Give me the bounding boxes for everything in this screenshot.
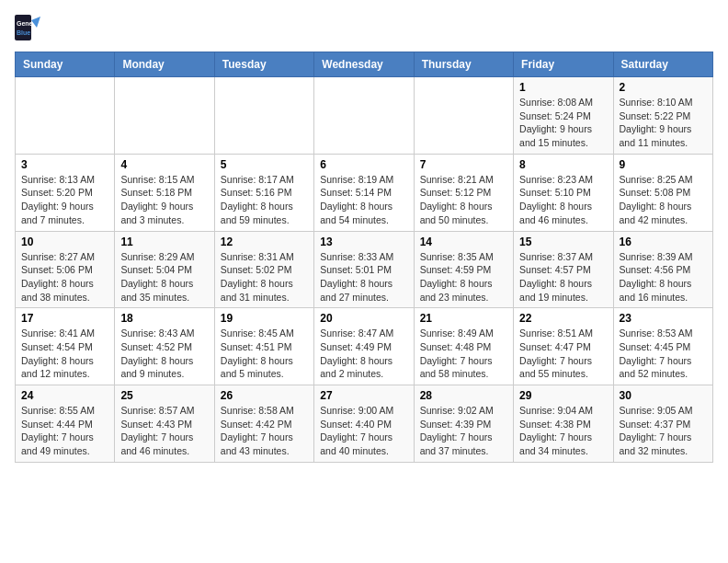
day-info: Sunrise: 8:41 AMSunset: 4:54 PMDaylight:… — [21, 327, 108, 381]
day-info: Sunrise: 8:23 AMSunset: 5:10 PMDaylight:… — [519, 173, 607, 227]
day-info: Sunrise: 8:13 AMSunset: 5:20 PMDaylight:… — [21, 173, 108, 227]
day-number: 18 — [120, 312, 208, 325]
day-info: Sunrise: 8:39 AMSunset: 4:56 PMDaylight:… — [620, 250, 707, 304]
calendar-cell: 6Sunrise: 8:19 AMSunset: 5:14 PMDaylight… — [314, 154, 414, 231]
day-number: 15 — [519, 236, 607, 248]
calendar-cell: 22Sunrise: 8:51 AMSunset: 4:47 PMDayligh… — [514, 308, 613, 385]
day-number: 24 — [21, 389, 108, 402]
weekday-header-saturday: Saturday — [613, 52, 712, 77]
day-number: 16 — [620, 236, 707, 248]
day-number: 19 — [221, 312, 308, 325]
calendar-cell: 23Sunrise: 8:53 AMSunset: 4:45 PMDayligh… — [613, 308, 712, 385]
day-number: 23 — [620, 312, 707, 325]
calendar-cell: 2Sunrise: 8:10 AMSunset: 5:22 PMDaylight… — [613, 77, 712, 155]
weekday-header-friday: Friday — [514, 52, 613, 77]
day-number: 20 — [320, 312, 407, 325]
calendar-week-4: 17Sunrise: 8:41 AMSunset: 4:54 PMDayligh… — [16, 308, 713, 385]
day-number: 4 — [120, 158, 208, 171]
day-number: 26 — [221, 389, 308, 402]
calendar-cell: 26Sunrise: 8:58 AMSunset: 4:42 PMDayligh… — [214, 385, 313, 463]
day-info: Sunrise: 9:02 AMSunset: 4:39 PMDaylight:… — [420, 404, 507, 458]
logo-graphic: General Blue — [15, 15, 40, 40]
day-info: Sunrise: 8:19 AMSunset: 5:14 PMDaylight:… — [320, 173, 407, 227]
calendar-header: SundayMondayTuesdayWednesdayThursdayFrid… — [16, 52, 713, 77]
calendar-cell: 15Sunrise: 8:37 AMSunset: 4:57 PMDayligh… — [514, 231, 613, 308]
day-info: Sunrise: 8:58 AMSunset: 4:42 PMDaylight:… — [221, 404, 308, 458]
day-info: Sunrise: 8:45 AMSunset: 4:51 PMDaylight:… — [221, 327, 308, 381]
day-number: 2 — [620, 81, 707, 94]
day-info: Sunrise: 8:47 AMSunset: 4:49 PMDaylight:… — [320, 327, 407, 381]
calendar-cell — [115, 77, 214, 155]
day-info: Sunrise: 8:21 AMSunset: 5:12 PMDaylight:… — [420, 173, 507, 227]
day-info: Sunrise: 8:49 AMSunset: 4:48 PMDaylight:… — [420, 327, 507, 381]
calendar-cell: 21Sunrise: 8:49 AMSunset: 4:48 PMDayligh… — [414, 308, 513, 385]
calendar-cell — [16, 77, 115, 155]
day-info: Sunrise: 8:33 AMSunset: 5:01 PMDaylight:… — [320, 250, 407, 304]
day-number: 21 — [420, 312, 507, 325]
calendar-week-5: 24Sunrise: 8:55 AMSunset: 4:44 PMDayligh… — [16, 385, 713, 463]
day-number: 17 — [21, 312, 108, 325]
weekday-header-tuesday: Tuesday — [214, 52, 313, 77]
logo: General Blue — [15, 15, 40, 40]
day-info: Sunrise: 8:29 AMSunset: 5:04 PMDaylight:… — [120, 250, 208, 304]
day-number: 30 — [620, 389, 707, 402]
weekday-header-sunday: Sunday — [16, 52, 115, 77]
calendar-cell: 10Sunrise: 8:27 AMSunset: 5:06 PMDayligh… — [16, 231, 115, 308]
day-number: 28 — [420, 389, 507, 402]
calendar-cell: 17Sunrise: 8:41 AMSunset: 4:54 PMDayligh… — [16, 308, 115, 385]
day-number: 9 — [620, 158, 707, 171]
day-number: 10 — [21, 236, 108, 248]
calendar-cell — [414, 77, 513, 155]
day-number: 3 — [21, 158, 108, 171]
calendar-cell: 5Sunrise: 8:17 AMSunset: 5:16 PMDaylight… — [214, 154, 313, 231]
day-info: Sunrise: 8:57 AMSunset: 4:43 PMDaylight:… — [120, 404, 208, 458]
calendar-week-1: 1Sunrise: 8:08 AMSunset: 5:24 PMDaylight… — [16, 77, 713, 155]
calendar-cell: 30Sunrise: 9:05 AMSunset: 4:37 PMDayligh… — [613, 385, 712, 463]
calendar-cell: 29Sunrise: 9:04 AMSunset: 4:38 PMDayligh… — [514, 385, 613, 463]
calendar-cell: 7Sunrise: 8:21 AMSunset: 5:12 PMDaylight… — [414, 154, 513, 231]
day-number: 1 — [519, 81, 607, 94]
calendar-week-2: 3Sunrise: 8:13 AMSunset: 5:20 PMDaylight… — [16, 154, 713, 231]
calendar-cell: 28Sunrise: 9:02 AMSunset: 4:39 PMDayligh… — [414, 385, 513, 463]
calendar-cell: 18Sunrise: 8:43 AMSunset: 4:52 PMDayligh… — [115, 308, 214, 385]
calendar-cell: 4Sunrise: 8:15 AMSunset: 5:18 PMDaylight… — [115, 154, 214, 231]
day-info: Sunrise: 8:31 AMSunset: 5:02 PMDaylight:… — [221, 250, 308, 304]
calendar-cell: 20Sunrise: 8:47 AMSunset: 4:49 PMDayligh… — [314, 308, 414, 385]
calendar-cell — [214, 77, 313, 155]
calendar-cell: 1Sunrise: 8:08 AMSunset: 5:24 PMDaylight… — [514, 77, 613, 155]
day-info: Sunrise: 9:05 AMSunset: 4:37 PMDaylight:… — [620, 404, 707, 458]
day-number: 7 — [420, 158, 507, 171]
calendar-cell: 12Sunrise: 8:31 AMSunset: 5:02 PMDayligh… — [214, 231, 313, 308]
day-info: Sunrise: 8:17 AMSunset: 5:16 PMDaylight:… — [221, 173, 308, 227]
day-number: 25 — [120, 389, 208, 402]
day-info: Sunrise: 8:55 AMSunset: 4:44 PMDaylight:… — [21, 404, 108, 458]
day-info: Sunrise: 8:27 AMSunset: 5:06 PMDaylight:… — [21, 250, 108, 304]
calendar-week-3: 10Sunrise: 8:27 AMSunset: 5:06 PMDayligh… — [16, 231, 713, 308]
day-info: Sunrise: 8:43 AMSunset: 4:52 PMDaylight:… — [120, 327, 208, 381]
day-number: 14 — [420, 236, 507, 248]
svg-rect-0 — [15, 15, 31, 40]
calendar-table: SundayMondayTuesdayWednesdayThursdayFrid… — [15, 52, 713, 463]
day-number: 29 — [519, 389, 607, 402]
day-info: Sunrise: 8:51 AMSunset: 4:47 PMDaylight:… — [519, 327, 607, 381]
day-info: Sunrise: 8:10 AMSunset: 5:22 PMDaylight:… — [620, 96, 707, 150]
calendar-cell: 9Sunrise: 8:25 AMSunset: 5:08 PMDaylight… — [613, 154, 712, 231]
day-number: 12 — [221, 236, 308, 248]
day-info: Sunrise: 9:00 AMSunset: 4:40 PMDaylight:… — [320, 404, 407, 458]
page-header: General Blue — [15, 15, 713, 40]
weekday-header-wednesday: Wednesday — [314, 52, 414, 77]
calendar-cell — [314, 77, 414, 155]
day-info: Sunrise: 8:37 AMSunset: 4:57 PMDaylight:… — [519, 250, 607, 304]
calendar-cell: 13Sunrise: 8:33 AMSunset: 5:01 PMDayligh… — [314, 231, 414, 308]
weekday-header-thursday: Thursday — [414, 52, 513, 77]
day-info: Sunrise: 8:25 AMSunset: 5:08 PMDaylight:… — [620, 173, 707, 227]
day-number: 11 — [120, 236, 208, 248]
day-info: Sunrise: 8:35 AMSunset: 4:59 PMDaylight:… — [420, 250, 507, 304]
calendar-cell: 14Sunrise: 8:35 AMSunset: 4:59 PMDayligh… — [414, 231, 513, 308]
day-info: Sunrise: 9:04 AMSunset: 4:38 PMDaylight:… — [519, 404, 607, 458]
calendar-cell: 16Sunrise: 8:39 AMSunset: 4:56 PMDayligh… — [613, 231, 712, 308]
day-number: 8 — [519, 158, 607, 171]
calendar-cell: 25Sunrise: 8:57 AMSunset: 4:43 PMDayligh… — [115, 385, 214, 463]
calendar-cell: 27Sunrise: 9:00 AMSunset: 4:40 PMDayligh… — [314, 385, 414, 463]
calendar-cell: 3Sunrise: 8:13 AMSunset: 5:20 PMDaylight… — [16, 154, 115, 231]
